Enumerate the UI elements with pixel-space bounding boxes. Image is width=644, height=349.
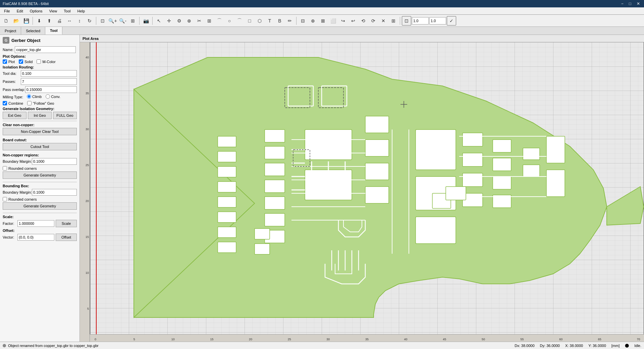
- name-input[interactable]: [15, 46, 76, 53]
- scale-button[interactable]: Scale: [56, 220, 77, 227]
- rotate-button[interactable]: ↻: [85, 16, 94, 26]
- noncopper-clear-button[interactable]: Non-Copper Clear Tool: [3, 128, 77, 135]
- climb-label: Climb: [32, 95, 42, 99]
- factor-input[interactable]: [17, 220, 54, 227]
- tb-tool4[interactable]: ⬜: [328, 16, 338, 26]
- menu-options[interactable]: Options: [27, 8, 45, 14]
- nc-rounded-checkbox[interactable]: [3, 166, 7, 170]
- minimize-button[interactable]: −: [620, 1, 625, 6]
- climb-radio[interactable]: [27, 94, 31, 99]
- bb-boundary-input[interactable]: [32, 189, 77, 196]
- path-button[interactable]: ⌒: [235, 16, 244, 26]
- mcolor-checkbox[interactable]: [37, 59, 41, 64]
- tab-project[interactable]: Project: [0, 27, 21, 35]
- vector-input[interactable]: [17, 234, 54, 241]
- crosshair-button[interactable]: ✛: [164, 16, 174, 26]
- maximize-button[interactable]: □: [628, 1, 633, 6]
- toolbar-sep1: [33, 17, 33, 25]
- snap-y-input[interactable]: 1.0: [429, 17, 446, 24]
- pcb-canvas[interactable]: [90, 42, 644, 334]
- svg-rect-14: [218, 212, 236, 222]
- tb-tool2[interactable]: ⊕: [308, 16, 318, 26]
- zoom-out-button[interactable]: 🔍-: [118, 16, 127, 26]
- svg-rect-13: [218, 197, 236, 207]
- cut-button[interactable]: ✂: [195, 16, 204, 26]
- tb-tool1[interactable]: ⊟: [298, 16, 308, 26]
- int-geo-button[interactable]: Int Geo: [28, 112, 52, 119]
- open-file-button[interactable]: 📂: [11, 16, 21, 26]
- bb-rounded-checkbox[interactable]: [3, 197, 7, 201]
- tool4-button[interactable]: ⊕: [184, 16, 194, 26]
- full-geo-button[interactable]: FULL Geo: [53, 112, 77, 119]
- combine-checkbox[interactable]: [3, 101, 7, 105]
- close-button[interactable]: ✕: [635, 1, 641, 6]
- nc-rounded-row: Rounded corners: [3, 166, 77, 170]
- zoom-in-button[interactable]: 🔍+: [108, 16, 117, 26]
- snapshot-button[interactable]: 📷: [141, 16, 151, 26]
- gen-iso-label: Generate Isolation Geometry:: [3, 107, 77, 111]
- flip-h-button[interactable]: ↔: [65, 16, 74, 26]
- milling-radio-row: Climb Conv.: [27, 94, 60, 99]
- import-button[interactable]: ⬇: [35, 16, 44, 26]
- arc-button[interactable]: ⌒: [215, 16, 224, 26]
- export-button[interactable]: ⬆: [45, 16, 54, 26]
- tb-redo[interactable]: ⟳: [369, 16, 378, 26]
- snap-x-input[interactable]: 1.0: [412, 17, 429, 24]
- save-file-button[interactable]: 💾: [21, 16, 31, 26]
- tool-dia-input[interactable]: [21, 70, 77, 77]
- menu-edit[interactable]: Edit: [14, 8, 26, 14]
- conv-radio[interactable]: [46, 94, 50, 99]
- passes-input[interactable]: [21, 78, 77, 85]
- ext-geo-button[interactable]: Ext Geo: [3, 112, 26, 119]
- cutout-tool-button[interactable]: Cutout Tool: [3, 143, 77, 150]
- menu-view[interactable]: View: [47, 8, 60, 14]
- pencil-button[interactable]: ✏: [285, 16, 294, 26]
- menu-file[interactable]: File: [1, 8, 13, 14]
- solid-checkbox[interactable]: [19, 59, 23, 64]
- tb-tool3[interactable]: ⊠: [318, 16, 328, 26]
- flip-v-button[interactable]: ↕: [75, 16, 84, 26]
- plot-area[interactable]: 40 35 30 25 20 15 10 5: [80, 42, 644, 342]
- pointer-button[interactable]: ↖: [154, 16, 164, 26]
- tab-tool[interactable]: Tool: [45, 27, 62, 35]
- circle-button[interactable]: ○: [225, 16, 234, 26]
- poly-button[interactable]: ⬡: [255, 16, 264, 26]
- plot-checkbox[interactable]: [3, 59, 7, 64]
- divider3: [3, 213, 77, 213]
- tool3-button[interactable]: ⚙: [174, 16, 184, 26]
- zoom-fit-button[interactable]: ⊡: [98, 16, 107, 26]
- tab-selected[interactable]: Selected: [21, 27, 45, 35]
- nc-boundary-input[interactable]: [32, 158, 77, 165]
- tb-snap[interactable]: ⊞: [389, 16, 398, 26]
- follow-geo-checkbox[interactable]: [27, 101, 32, 105]
- rect-button[interactable]: □: [245, 16, 254, 26]
- connect-button[interactable]: ⊞: [205, 16, 214, 26]
- tb-undo[interactable]: ⟲: [359, 16, 368, 26]
- tb-close[interactable]: ✕: [379, 16, 388, 26]
- pass-overlap-input[interactable]: [25, 86, 77, 93]
- snap-toggle[interactable]: ✓: [447, 16, 456, 26]
- tb-tool6[interactable]: ↩: [348, 16, 358, 26]
- x-tick-45: 45: [443, 338, 446, 341]
- tb-tool5[interactable]: ↪: [338, 16, 348, 26]
- snap-checkbox[interactable]: ⊡: [402, 16, 411, 26]
- x-tick-25: 25: [288, 338, 291, 341]
- menu-help[interactable]: Help: [74, 8, 88, 14]
- new-file-button[interactable]: 🗋: [1, 16, 11, 26]
- menu-tool[interactable]: Tool: [61, 8, 73, 14]
- geo-btn-row: Ext Geo Int Geo FULL Geo: [3, 112, 77, 119]
- solid-label: Solid: [24, 60, 33, 64]
- bb-gen-geometry-button[interactable]: Generate Geometry: [3, 202, 77, 210]
- nc-gen-geometry-button[interactable]: Generate Geometry: [3, 171, 77, 179]
- svg-rect-9: [218, 136, 236, 147]
- statusbar-dx: Dx: 38.0000: [515, 344, 534, 348]
- text-button[interactable]: T: [265, 16, 274, 26]
- print-button[interactable]: 🖨: [55, 16, 64, 26]
- offset-button[interactable]: Offset: [56, 234, 77, 241]
- bold-button[interactable]: B: [275, 16, 284, 26]
- combine-label: Combine: [8, 101, 23, 105]
- plot-checkbox-row: Plot Solid M-Color: [3, 59, 77, 64]
- zoom-area-button[interactable]: ⊞: [128, 16, 138, 26]
- nc-boundary-row: Boundary Margin:: [3, 158, 77, 165]
- combine-row: Combine "Follow" Geo: [3, 101, 77, 105]
